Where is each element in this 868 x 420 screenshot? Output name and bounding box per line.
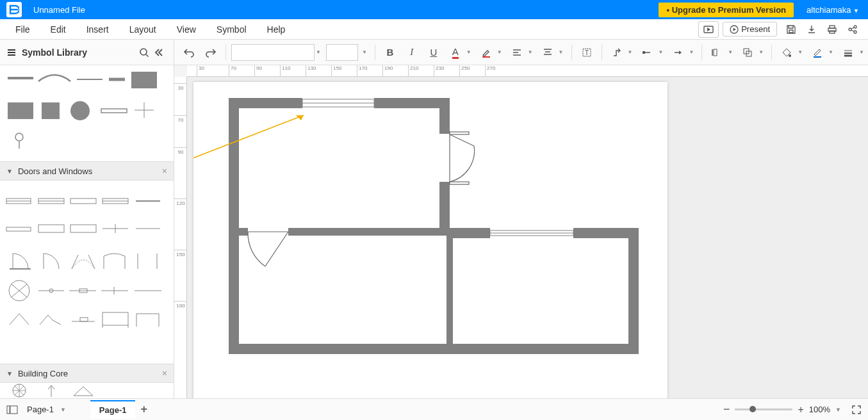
- svg-rect-19: [101, 109, 127, 113]
- menu-insert[interactable]: Insert: [76, 20, 119, 38]
- align-objects-button[interactable]: [707, 44, 726, 61]
- svg-rect-85: [439, 182, 450, 233]
- svg-rect-34: [70, 225, 96, 232]
- svg-rect-62: [643, 51, 645, 54]
- file-name[interactable]: Unnamed File: [33, 5, 85, 15]
- menu-view[interactable]: View: [167, 20, 206, 38]
- svg-point-11: [140, 49, 147, 55]
- canvas-area[interactable]: 30 70 90 110 130 150 170 190 210 230 250…: [174, 65, 868, 398]
- svg-point-5: [849, 28, 851, 31]
- svg-rect-78: [229, 98, 302, 108]
- svg-rect-16: [8, 102, 33, 119]
- svg-line-99: [193, 115, 304, 207]
- valign-button[interactable]: [538, 44, 557, 61]
- svg-point-6: [854, 26, 856, 28]
- library-search-icon[interactable]: [139, 47, 153, 58]
- user-menu[interactable]: altchiamaka ▼: [807, 5, 859, 15]
- print-icon[interactable]: [822, 20, 842, 38]
- page-select[interactable]: Page-1▼: [22, 402, 71, 417]
- font-size-select[interactable]: [326, 44, 358, 61]
- zoom-slider[interactable]: [735, 408, 792, 410]
- menu-edit[interactable]: Edit: [40, 20, 76, 38]
- zoom-out-button[interactable]: −: [723, 403, 730, 416]
- text-tool-button[interactable]: T: [577, 44, 596, 61]
- menu-symbol[interactable]: Symbol: [206, 20, 257, 38]
- svg-rect-88: [446, 228, 490, 238]
- bold-button[interactable]: B: [381, 44, 400, 61]
- zoom-in-button[interactable]: +: [798, 404, 803, 416]
- font-family-select[interactable]: [231, 44, 315, 61]
- svg-rect-86: [229, 228, 248, 236]
- svg-rect-92: [628, 228, 639, 354]
- svg-rect-122: [10, 406, 17, 414]
- upgrade-button[interactable]: • Upgrade to Premium Version: [659, 3, 794, 17]
- slideshow-button[interactable]: [698, 21, 719, 38]
- section-doors-windows[interactable]: ▼ Doors and Windows ×: [0, 161, 174, 181]
- horizontal-ruler: 30 70 90 110 130 150 170 190 210 230 250…: [187, 65, 868, 77]
- chevron-down-icon: ▼: [6, 370, 13, 377]
- library-collapse-icon[interactable]: [153, 47, 167, 58]
- present-button[interactable]: Present: [723, 22, 777, 36]
- svg-rect-9: [8, 52, 15, 53]
- svg-rect-79: [374, 98, 450, 108]
- building-core-shapes[interactable]: [0, 383, 174, 398]
- svg-rect-121: [7, 406, 10, 414]
- close-section-icon[interactable]: ×: [162, 166, 167, 176]
- canvas-page[interactable]: [193, 82, 667, 398]
- status-bar: Page-1▼ Page-1 + − + 100%▼: [0, 398, 868, 420]
- svg-rect-87: [288, 228, 450, 236]
- svg-point-22: [15, 133, 23, 141]
- zoom-level[interactable]: 100%: [809, 405, 830, 414]
- align-button[interactable]: [507, 44, 527, 61]
- doors-windows-shapes[interactable]: [0, 181, 174, 364]
- save-icon[interactable]: [781, 20, 801, 38]
- svg-rect-93: [446, 236, 453, 348]
- svg-rect-83: [229, 344, 639, 354]
- svg-line-98: [265, 232, 288, 266]
- svg-rect-8: [8, 49, 15, 51]
- svg-text:T: T: [584, 49, 588, 56]
- highlight-button[interactable]: [477, 44, 496, 61]
- menu-file[interactable]: File: [5, 20, 40, 38]
- svg-rect-84: [439, 98, 450, 134]
- svg-point-68: [789, 54, 791, 57]
- svg-rect-4: [830, 31, 835, 33]
- font-color-button[interactable]: A: [446, 44, 465, 61]
- menu-layout[interactable]: Layout: [119, 20, 167, 38]
- svg-rect-95: [450, 182, 469, 184]
- fullscreen-icon[interactable]: [851, 405, 862, 415]
- annotation-arrow: [193, 115, 304, 207]
- download-icon[interactable]: [801, 20, 822, 38]
- section-building-core[interactable]: ▼ Building Core ×: [0, 364, 174, 383]
- svg-rect-32: [6, 227, 31, 231]
- svg-rect-28: [70, 198, 96, 204]
- shapes-preview-area[interactable]: [0, 65, 174, 161]
- library-title: Symbol Library: [22, 47, 139, 58]
- svg-rect-64: [714, 49, 717, 56]
- underline-button[interactable]: U: [424, 44, 443, 61]
- symbol-library-panel: Symbol Library ▼: [0, 40, 174, 398]
- group-button[interactable]: [738, 44, 757, 61]
- page-tab[interactable]: Page-1: [90, 400, 136, 419]
- share-icon[interactable]: [842, 20, 863, 38]
- close-section-icon[interactable]: ×: [162, 368, 167, 378]
- line-end2-button[interactable]: [668, 44, 687, 61]
- svg-rect-50: [80, 318, 88, 321]
- line-end1-button[interactable]: [637, 44, 657, 61]
- svg-rect-12: [8, 77, 33, 79]
- connector-button[interactable]: [607, 44, 626, 61]
- svg-rect-10: [8, 54, 15, 56]
- italic-button[interactable]: I: [402, 44, 422, 61]
- menu-help[interactable]: Help: [257, 20, 296, 38]
- svg-rect-82: [229, 98, 239, 354]
- library-icon: [6, 47, 17, 58]
- line-color-button[interactable]: [808, 44, 827, 61]
- undo-button[interactable]: [179, 44, 199, 61]
- svg-rect-94: [450, 132, 469, 134]
- fill-button[interactable]: [777, 44, 796, 61]
- add-page-button[interactable]: +: [140, 403, 147, 416]
- floor-plan-drawing[interactable]: [193, 82, 667, 398]
- redo-button[interactable]: [201, 44, 220, 61]
- line-style-button[interactable]: [839, 44, 858, 61]
- pages-panel-icon[interactable]: [6, 405, 18, 414]
